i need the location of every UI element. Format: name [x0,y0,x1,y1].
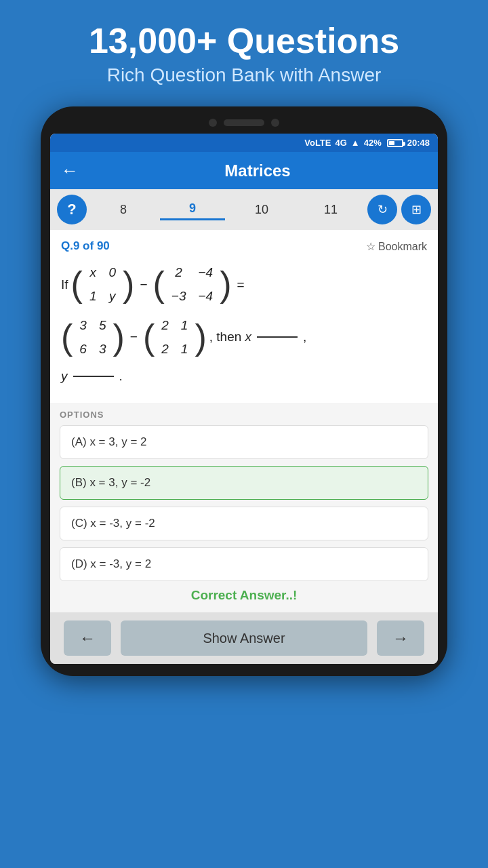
option-B[interactable]: (B) x = 3, y = -2 [60,466,428,500]
then-label: , then x [209,326,251,349]
nav-number-10[interactable]: 10 [229,200,294,220]
battery-icon [387,139,403,147]
correct-answer-text: Correct Answer..! [60,588,428,603]
bookmark-button[interactable]: ☆ Bookmark [366,240,427,253]
options-label: OPTIONS [60,410,428,420]
next-icon: → [392,629,409,648]
option-B-label: (B) x = 3, y = -2 [71,476,150,489]
options-section: OPTIONS (A) x = 3, y = 2 (B) x = 3, y = … [50,403,438,612]
app-bar: ← Matrices [50,152,438,189]
help-button[interactable]: ? [57,195,87,224]
grid-button[interactable]: ⊞ [401,195,431,224]
refresh-button[interactable]: ↻ [367,195,397,224]
if-label: If [61,273,68,296]
show-answer-label: Show Answer [203,631,285,646]
app-title: Matrices [88,161,427,180]
option-C[interactable]: (C) x = -3, y = -2 [60,507,428,540]
question-meta: Q.9 of 90 ☆ Bookmark [61,239,427,253]
battery-pct: 42% [364,138,382,148]
signal-label: 4G [336,138,347,148]
show-answer-button[interactable]: Show Answer [121,620,367,656]
status-bar: VoLTE 4G ▲ 42% 20:48 [50,134,438,152]
matrix1: ( x 0 1 y ) [71,260,135,309]
question-area: Q.9 of 90 ☆ Bookmark If ( x 0 1 y [50,230,438,403]
banner-subtitle: Rich Question Bank with Answer [14,64,474,86]
camera-dot [209,119,217,127]
next-button[interactable]: → [377,620,424,656]
nav-number-9[interactable]: 9 [160,199,225,220]
nav-number-8[interactable]: 8 [91,200,156,220]
matrix4: ( 2 1 2 1 ) [143,313,207,362]
top-banner: 13,000+ Questions Rich Question Bank wit… [0,0,488,100]
camera-dot-2 [271,119,279,127]
network-label: VoLTE [304,138,331,148]
speaker [224,119,264,126]
help-icon: ? [67,201,76,218]
prev-button[interactable]: ← [64,620,111,656]
y-label: y [61,365,68,388]
x-blank [257,336,298,338]
signal-bars: ▲ [351,138,360,148]
option-D-label: (D) x = -3, y = 2 [71,557,151,570]
question-number: Q.9 of 90 [61,239,110,253]
bottom-nav: ← Show Answer → [50,612,438,664]
option-D[interactable]: (D) x = -3, y = 2 [60,547,428,581]
nav-number-11[interactable]: 11 [298,200,363,220]
prev-icon: ← [79,629,96,648]
math-question: If ( x 0 1 y ) − [61,260,427,396]
matrix3: ( 3 5 6 3 ) [61,313,125,362]
refresh-icon: ↻ [378,202,388,217]
time-label: 20:48 [407,138,430,148]
option-A[interactable]: (A) x = 3, y = 2 [60,425,428,459]
option-A-label: (A) x = 3, y = 2 [71,435,147,448]
matrix2: ( 2 −4 −3 −4 ) [152,260,231,309]
phone-frame: VoLTE 4G ▲ 42% 20:48 ← Matrices ? 8 9 10… [41,106,447,676]
banner-title: 13,000+ Questions [14,22,474,60]
phone-top-decor [50,119,438,127]
y-blank [73,376,114,377]
back-button[interactable]: ← [61,160,79,181]
phone-screen: VoLTE 4G ▲ 42% 20:48 ← Matrices ? 8 9 10… [50,134,438,664]
option-C-label: (C) x = -3, y = -2 [71,517,155,530]
grid-icon: ⊞ [411,202,422,217]
question-nav-bar: ? 8 9 10 11 ↻ ⊞ [50,189,438,230]
